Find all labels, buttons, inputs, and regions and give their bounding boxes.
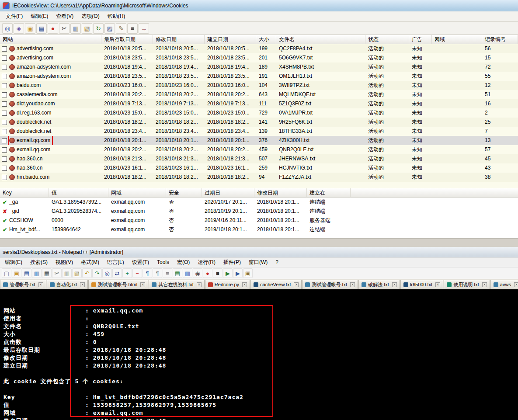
- tab-close-icon[interactable]: [197, 282, 202, 287]
- function-list-icon[interactable]: ▥: [183, 268, 192, 278]
- menu-item[interactable]: 查看(V): [52, 11, 77, 21]
- save-icon[interactable]: ▤: [36, 23, 47, 34]
- menu-item[interactable]: 帮助(H): [104, 11, 129, 21]
- cookie-row[interactable]: hm.baidu.com 2018/10/18 18:2... 2018/10/…: [0, 173, 518, 182]
- menu-item[interactable]: ?: [271, 258, 282, 267]
- cookie-row[interactable]: exmail.qq.com 2018/10/18 20:2... 2018/10…: [0, 145, 518, 154]
- cookie-row[interactable]: advertising.com 2018/10/18 23:5... 2018/…: [0, 53, 518, 62]
- row-checkbox[interactable]: [2, 65, 7, 70]
- cookie-key-row[interactable]: _gid GA1.3.2029528374... exmail.qq.com 否…: [0, 207, 518, 216]
- cookie-row[interactable]: advertising.com 2018/10/18 20:5... 2018/…: [0, 44, 518, 53]
- row-checkbox[interactable]: [2, 120, 7, 125]
- save-all-icon[interactable]: ▥: [32, 268, 42, 278]
- properties-icon[interactable]: ≡: [127, 23, 138, 34]
- tab-close-icon[interactable]: [392, 282, 397, 287]
- save-macro-icon[interactable]: ▣: [243, 268, 253, 278]
- row-checkbox[interactable]: [2, 46, 7, 52]
- paste-icon[interactable]: ▧: [82, 23, 92, 34]
- column-header[interactable]: 网域: [432, 35, 482, 44]
- zoom-out-icon[interactable]: −: [132, 268, 142, 278]
- file-tab[interactable]: 其它在线资料.txt: [149, 280, 205, 289]
- menu-item[interactable]: 编辑(E): [27, 11, 52, 21]
- row-checkbox[interactable]: [2, 156, 7, 162]
- column-header[interactable]: 修改日期: [153, 35, 205, 44]
- column-header[interactable]: 值: [49, 188, 108, 197]
- replace-icon[interactable]: ⇄: [112, 268, 122, 278]
- column-header[interactable]: 建立在: [307, 188, 351, 197]
- text-editor-area[interactable]: 网站: exmail.qq.com 使用者: 文件名: QNB2Q0LE.txt…: [0, 289, 518, 420]
- select-user-icon[interactable]: ◈: [14, 23, 24, 34]
- menu-item[interactable]: 格式(M): [77, 257, 103, 267]
- column-header[interactable]: 广告: [409, 35, 432, 44]
- redo-icon[interactable]: ↷: [92, 268, 102, 278]
- column-header[interactable]: 大小: [256, 35, 276, 44]
- open-folder-icon[interactable]: ▣: [25, 23, 35, 34]
- paste-icon[interactable]: ▧: [72, 268, 82, 278]
- column-header[interactable]: 安全: [166, 188, 202, 197]
- find-icon[interactable]: ◎: [102, 268, 112, 278]
- file-tab[interactable]: 测试管理帐号.txt: [302, 280, 358, 289]
- tab-close-icon[interactable]: [435, 282, 440, 287]
- cookie-row[interactable]: hao.360.cn 2018/10/23 16:1... 2018/10/23…: [0, 163, 518, 173]
- column-header[interactable]: 过期日: [202, 188, 254, 197]
- copy-icon[interactable]: ▥: [62, 268, 72, 278]
- row-checkbox[interactable]: [2, 147, 7, 153]
- file-tab[interactable]: cacheVeew.txt: [250, 280, 302, 289]
- file-tab[interactable]: 测试管理帐号.html: [88, 280, 148, 289]
- menu-item[interactable]: 宏(O): [173, 257, 194, 267]
- column-header[interactable]: 网域: [108, 188, 166, 197]
- menu-item[interactable]: 设置(T): [128, 257, 153, 267]
- cookie-row[interactable]: exmail.qq.com 2018/10/18 20:1... 2018/10…: [0, 136, 518, 145]
- block-icon[interactable]: ●: [48, 23, 58, 34]
- indent-guide-icon[interactable]: ≡: [163, 268, 172, 278]
- tab-close-icon[interactable]: [514, 282, 518, 287]
- play-macro-icon[interactable]: ▶: [223, 268, 233, 278]
- cookie-row[interactable]: amazon-adsystem.com 2018/10/18 19:4... 2…: [0, 62, 518, 72]
- notepad-titlebar[interactable]: sers\a1\Desktop\aas.txt - Notepad++ [Adm…: [0, 247, 518, 257]
- menu-item[interactable]: 语言(L): [103, 257, 128, 267]
- iecv-titlebar[interactable]: IECookiesView: C:\Users\a1\AppData\Roami…: [0, 0, 518, 11]
- cookie-row[interactable]: doubleclick.net 2018/10/18 23:4... 2018/…: [0, 127, 518, 136]
- print-icon[interactable]: ▦: [42, 268, 52, 278]
- open-file-icon[interactable]: ▣: [12, 268, 21, 278]
- row-checkbox[interactable]: [2, 175, 7, 180]
- row-checkbox[interactable]: [2, 56, 7, 61]
- file-tab[interactable]: 管理帐号.txt: [0, 280, 46, 289]
- menu-item[interactable]: 窗口(W): [245, 257, 271, 267]
- edit-icon[interactable]: ✎: [116, 23, 126, 34]
- menu-item[interactable]: 文件(F): [2, 11, 27, 21]
- file-tab[interactable]: 破解法.txt: [358, 280, 400, 289]
- cookie-row[interactable]: baidu.com 2018/10/23 16:0... 2018/10/23 …: [0, 81, 518, 90]
- tab-close-icon[interactable]: [38, 282, 43, 287]
- file-tab[interactable]: Redcore.py: [205, 280, 250, 289]
- stop-macro-icon[interactable]: ■: [213, 268, 222, 278]
- file-tab[interactable]: lr65000.txt: [400, 280, 443, 289]
- copy-icon[interactable]: ▥: [70, 23, 81, 34]
- column-header[interactable]: Key: [0, 188, 49, 197]
- save-icon[interactable]: ▤: [22, 268, 31, 278]
- menu-item[interactable]: 编辑(E): [1, 257, 26, 267]
- row-checkbox[interactable]: [2, 129, 7, 134]
- column-header[interactable]: 建立日期: [205, 35, 256, 44]
- row-checkbox[interactable]: [2, 83, 7, 88]
- cookie-row[interactable]: casalemedia.com 2018/10/18 20:2... 2018/…: [0, 90, 518, 99]
- menu-item[interactable]: 插件(P): [219, 257, 245, 267]
- undo-icon[interactable]: ↶: [82, 268, 92, 278]
- cut-icon[interactable]: ✂: [52, 268, 62, 278]
- column-header[interactable]: 网站: [0, 35, 101, 44]
- word-wrap-icon[interactable]: ¶: [143, 268, 152, 278]
- find-icon[interactable]: ◎: [2, 23, 13, 34]
- cookie-row[interactable]: amazon-adsystem.com 2018/10/18 23:5... 2…: [0, 72, 518, 81]
- file-tab[interactable]: 使用说明.txt: [444, 280, 490, 289]
- menu-item[interactable]: Tools: [153, 258, 173, 267]
- cookie-key-row[interactable]: CCSHOW 0000 exmail.qq.com 否 2019/4/16 20…: [0, 216, 518, 225]
- cut-icon[interactable]: ✂: [59, 23, 70, 34]
- tab-close-icon[interactable]: [294, 282, 299, 287]
- cookie-row[interactable]: doubleclick.net 2018/10/18 18:2... 2018/…: [0, 118, 518, 127]
- run-multiple-icon[interactable]: ▶: [233, 268, 243, 278]
- column-header[interactable]: 最后存取日期: [101, 35, 153, 44]
- report-icon[interactable]: ▨: [104, 23, 115, 34]
- menu-item[interactable]: 运行(R): [194, 257, 219, 267]
- file-tab[interactable]: avws: [490, 280, 518, 289]
- menu-item[interactable]: 选项(O): [77, 11, 103, 21]
